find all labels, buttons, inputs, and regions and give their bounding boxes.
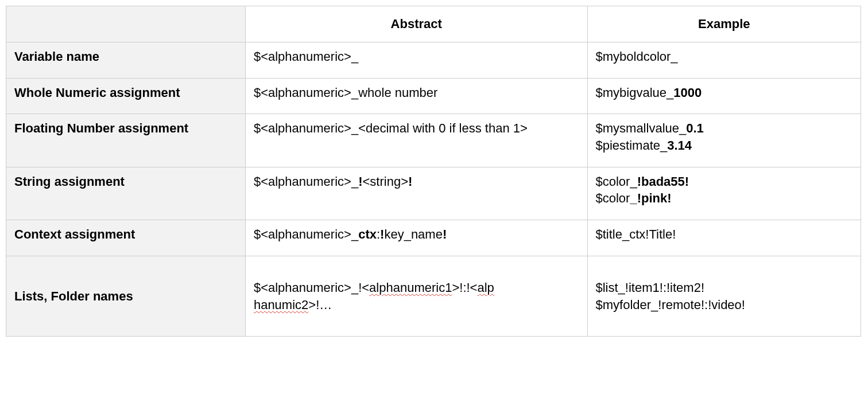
row-name-variable: Variable name — [6, 42, 246, 79]
row-name-lists: Lists, Folder names — [6, 256, 246, 336]
table-row: Lists, Folder names $<alphanumeric>_!<al… — [6, 256, 861, 336]
abstract-variable: $<alphanumeric>_ — [245, 42, 587, 79]
example-bold: 3.14 — [667, 138, 692, 153]
example-text: $color — [596, 191, 630, 205]
abstract-text: $<alphanumeric>_ — [254, 174, 358, 189]
abstract-text: >!:!< — [452, 280, 477, 295]
abstract-text: $<alphanumeric>_!< — [254, 280, 369, 295]
example-bold: !bada55! — [637, 174, 689, 189]
abstract-context: $<alphanumeric>_ctx:!key_name! — [245, 220, 587, 256]
header-abstract: Abstract — [245, 6, 587, 42]
abstract-lists: $<alphanumeric>_!<alphanumeric1>!:!<alph… — [245, 256, 587, 336]
example-text: $list_!item1!:!item2! — [596, 280, 705, 295]
table-row: String assignment $<alphanumeric>_!<stri… — [6, 167, 861, 220]
example-lists: $list_!item1!:!item2! $myfolder_!remote!… — [587, 256, 861, 336]
table-row: Floating Number assignment $<alphanumeri… — [6, 114, 861, 167]
header-row: Abstract Example — [6, 6, 861, 42]
abstract-bold: ctx — [358, 227, 377, 241]
example-variable: $myboldcolor_ — [587, 42, 861, 79]
row-name-float: Floating Number assignment — [6, 114, 246, 167]
example-text: $mysmallvalue_ — [596, 121, 687, 135]
example-bold: _!pink! — [630, 191, 671, 205]
example-text: $mybigvalue_ — [596, 85, 674, 100]
abstract-float: $<alphanumeric>_<decimal with 0 if less … — [245, 114, 587, 167]
example-string: $color_!bada55! $color_!pink! — [587, 167, 861, 220]
example-text: $color_ — [596, 174, 637, 189]
abstract-whole: $<alphanumeric>_whole number — [245, 78, 587, 114]
row-name-context: Context assignment — [6, 220, 246, 256]
spellcheck-squiggle: alp — [477, 280, 494, 295]
table-row: Context assignment $<alphanumeric>_ctx:!… — [6, 220, 861, 256]
example-bold: 1000 — [673, 85, 702, 100]
row-name-whole: Whole Numeric assignment — [6, 78, 246, 114]
example-text: $myfolder_!remote!:!video! — [596, 298, 745, 312]
example-context: $title_ctx!Title! — [587, 220, 861, 256]
example-float: $mysmallvalue_0.1 $piestimate_3.14 — [587, 114, 861, 167]
syntax-reference-table: Abstract Example Variable name $<alphanu… — [6, 6, 861, 337]
abstract-text: <string> — [362, 174, 408, 189]
spellcheck-squiggle: hanumic2 — [254, 298, 308, 312]
abstract-bold: ! — [408, 174, 412, 189]
table-row: Whole Numeric assignment $<alphanumeric>… — [6, 78, 861, 114]
example-whole: $mybigvalue_1000 — [587, 78, 861, 114]
abstract-bold: ! — [443, 227, 447, 241]
spellcheck-squiggle: alphanumeric1 — [369, 280, 452, 295]
table-row: Variable name $<alphanumeric>_ $myboldco… — [6, 42, 861, 79]
abstract-string: $<alphanumeric>_!<string>! — [245, 167, 587, 220]
corner-cell — [6, 6, 246, 42]
example-text: $piestimate_ — [596, 138, 668, 153]
row-name-string: String assignment — [6, 167, 246, 220]
abstract-text: $<alphanumeric>_ — [254, 227, 358, 241]
abstract-text: key_name — [384, 227, 443, 241]
header-example: Example — [587, 6, 861, 42]
abstract-text: >!… — [308, 298, 332, 312]
example-bold: 0.1 — [686, 121, 704, 135]
